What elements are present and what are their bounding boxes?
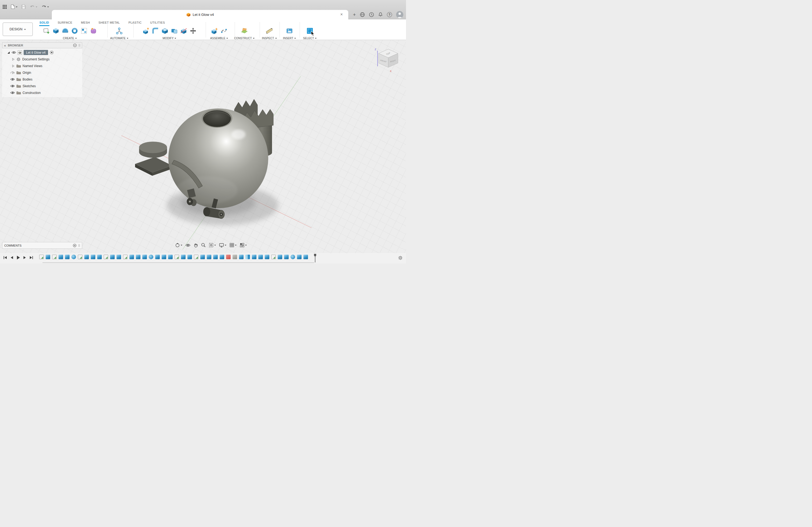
orbit-icon[interactable] [175,243,182,248]
timeline-extrude-feature-icon[interactable] [117,255,121,259]
activate-component-radio[interactable] [50,50,54,55]
timeline-extrude-feature-icon[interactable] [97,255,102,259]
undo-button[interactable] [30,5,37,9]
timeline-extrude-feature-icon[interactable] [213,255,218,259]
timeline-extrude-feature-icon[interactable] [207,255,211,259]
file-menu-button[interactable] [11,4,17,9]
timeline-extrude-feature-icon[interactable] [220,255,224,259]
timeline-extrude-feature-icon[interactable] [265,255,269,259]
timeline-extrude-feature-icon[interactable] [84,255,89,259]
move-copy-icon[interactable] [190,27,197,34]
timeline-sketch-feature-icon[interactable] [175,255,179,259]
timeline-extrude-feature-icon[interactable] [297,255,302,259]
panel-resize-grip[interactable] [78,244,80,247]
automate-icon[interactable] [116,27,123,34]
step-back-button[interactable] [10,256,13,259]
pan-icon[interactable] [193,243,198,247]
timeline-revolve-feature-icon[interactable] [291,255,295,259]
timeline-extrude-feature-icon[interactable] [284,255,289,259]
extrude-icon[interactable] [62,27,69,34]
timeline-sketch-feature-icon[interactable] [123,255,128,259]
look-at-icon[interactable] [186,244,190,247]
workspace-switcher[interactable]: DESIGN [3,22,33,36]
timeline-sketch-feature-icon[interactable] [194,255,199,259]
tab-sheet-metal[interactable]: SHEET METAL [98,20,120,26]
expand-chevron-icon[interactable] [12,58,15,61]
comments-panel[interactable]: COMMENTS [2,242,82,249]
create-form-icon[interactable] [90,27,97,34]
expand-chevron-icon[interactable] [12,65,15,67]
viewports-icon[interactable] [240,243,247,247]
tab-surface[interactable]: SURFACE [57,20,73,26]
timeline-gray-feature-icon[interactable] [233,255,237,259]
timeline-mirror-feature-icon[interactable] [245,255,250,259]
inspect-group-label[interactable]: INSPECT [262,36,277,40]
root-document-label[interactable]: Let it Glow v4 [24,50,48,55]
visibility-hidden-eye-icon[interactable] [10,71,15,74]
notifications-bell-icon[interactable] [378,12,383,17]
timeline-extrude-feature-icon[interactable] [200,255,205,259]
fillet-icon[interactable] [152,27,159,34]
sphere-body[interactable] [168,108,268,208]
pattern-icon[interactable] [81,27,88,34]
go-to-start-button[interactable] [3,256,7,259]
timeline-extrude-feature-icon[interactable] [155,255,160,259]
timeline-extrude-feature-icon[interactable] [187,255,192,259]
timeline-sketch-feature-icon[interactable] [78,255,83,259]
new-body-icon[interactable] [52,27,59,34]
revolve-icon[interactable] [71,27,78,34]
panel-resize-grip[interactable] [79,44,80,47]
timeline-extrude-feature-icon[interactable] [46,255,50,259]
press-pull-icon[interactable] [143,27,149,34]
save-button[interactable] [21,4,26,9]
timeline-extrude-feature-icon[interactable] [65,255,70,259]
create-group-label[interactable]: CREATE [63,36,77,40]
plate-disc-body[interactable] [135,142,172,176]
browser-item-sketches[interactable]: Sketches [2,82,82,89]
timeline-settings-gear-icon[interactable] [398,255,403,260]
document-tab[interactable]: Let it Glow v4 × [52,10,348,19]
timeline-sketch-feature-icon[interactable] [39,255,44,259]
expand-arrow-icon[interactable] [7,51,10,54]
assemble-group-label[interactable]: ASSEMBLE [210,36,228,40]
tab-solid[interactable]: SOLID [39,20,49,26]
visibility-eye-icon[interactable] [10,85,15,88]
step-forward-button[interactable] [23,256,26,259]
help-icon[interactable]: ? [387,12,392,17]
new-tab-button[interactable]: + [353,12,356,17]
browser-item-root[interactable]: Let it Glow v4 [2,49,82,56]
timeline-extrude-feature-icon[interactable] [129,255,134,259]
timeline-extrude-feature-icon[interactable] [239,255,244,259]
timeline-extrude-feature-icon[interactable] [91,255,95,259]
display-settings-icon[interactable] [219,243,226,247]
construct-group-label[interactable]: CONSTRUCT [234,36,255,40]
timeline-sketch-feature-icon[interactable] [104,255,108,259]
insert-group-label[interactable]: INSERT [283,36,296,40]
joint-icon[interactable] [220,27,228,34]
timeline-extrude-feature-icon[interactable] [59,255,63,259]
timeline-extrude-feature-icon[interactable] [142,255,147,259]
tab-mesh[interactable]: MESH [81,20,90,26]
browser-item-bodies[interactable]: Bodies [2,76,82,82]
measure-icon[interactable] [266,27,273,34]
app-grid-icon[interactable] [3,5,7,9]
timeline-extrude-feature-icon[interactable] [258,255,263,259]
timeline-extrude-feature-icon[interactable] [252,255,257,259]
browser-item-named-views[interactable]: Named Views [2,62,82,69]
browser-item-origin[interactable]: Origin [2,69,82,76]
browser-item-construction[interactable]: Construction [2,89,82,96]
timeline-sketch-feature-icon[interactable] [271,255,276,259]
play-button[interactable] [16,255,20,260]
grid-and-snaps-icon[interactable] [230,243,236,247]
timeline-extrude-feature-icon[interactable] [136,255,141,259]
combine-icon[interactable] [171,27,178,34]
panel-options-icon[interactable] [73,44,77,47]
timeline-position-marker[interactable] [314,254,317,263]
timeline-extrude-feature-icon[interactable] [278,255,282,259]
comments-options-icon[interactable] [73,244,76,247]
timeline-extrude-feature-icon[interactable] [110,255,115,259]
job-status-clock-icon[interactable] [369,12,374,17]
automate-group-label[interactable]: AUTOMATE [110,36,128,40]
new-component-icon[interactable] [211,27,218,34]
visibility-eye-icon[interactable] [10,78,15,81]
